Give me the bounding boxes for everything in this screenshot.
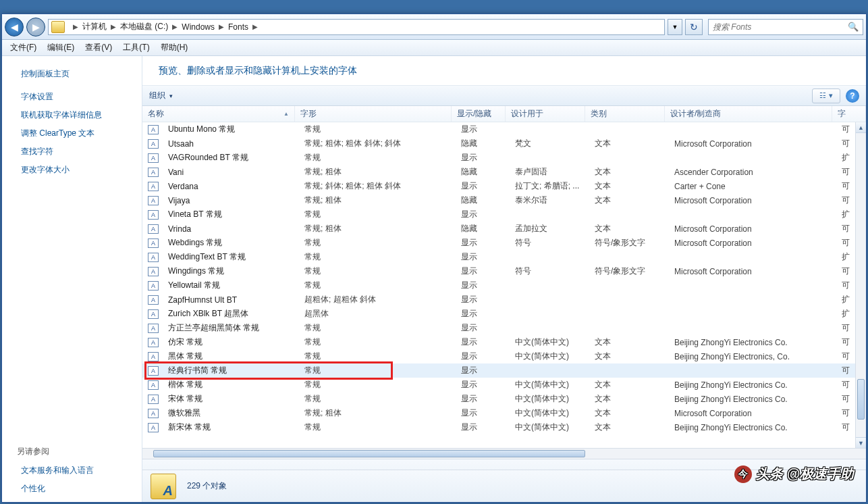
table-row[interactable]: A经典行书简 常规常规显示可: [142, 363, 855, 378]
cell-category: 文本: [589, 407, 669, 419]
back-button[interactable]: ◀: [5, 18, 24, 36]
sidebar-item-change-size[interactable]: 更改字体大小: [2, 161, 142, 179]
cell-show: 隐藏: [456, 138, 510, 149]
table-row[interactable]: AVAGRounded BT 常规常规显示扩: [142, 151, 855, 165]
cell-name: WeddingText BT 常规: [163, 251, 299, 263]
cell-style: 常规: [299, 393, 456, 405]
col-style[interactable]: 字形: [295, 106, 452, 122]
font-icon: A: [148, 324, 159, 333]
cell-name: 方正兰亭超细黑简体 常规: [163, 322, 299, 334]
table-row[interactable]: A新宋体 常规常规显示中文(简体中文)文本Beijing ZhongYi Ele…: [142, 420, 855, 434]
vertical-scrollbar[interactable]: ▲ ▼: [855, 122, 866, 448]
sidebar-item-online-fonts[interactable]: 联机获取字体详细信息: [2, 106, 142, 124]
table-row[interactable]: A楷体 常规常规显示中文(简体中文)文本Beijing ZhongYi Elec…: [142, 378, 855, 392]
cell-name: Webdings 常规: [163, 237, 299, 249]
cell-category: 符号/象形文字: [589, 266, 669, 277]
table-row[interactable]: AVerdana常规; 斜体; 粗体; 粗体 斜体显示拉丁文; 希腊语; ...…: [142, 179, 855, 193]
table-row[interactable]: AVrinda常规; 粗体隐藏孟加拉文文本Microsoft Corporati…: [142, 222, 855, 236]
search-input[interactable]: [713, 22, 848, 32]
cell-last: 可: [836, 266, 855, 277]
cell-name: Utsaah: [163, 139, 299, 149]
font-icon: A: [148, 210, 159, 220]
table-row[interactable]: AYellowtail 常规常规显示可: [142, 278, 855, 293]
search-box[interactable]: 🔍: [708, 19, 863, 35]
cell-show: 显示: [456, 124, 510, 135]
organize-menu[interactable]: 组织: [149, 90, 173, 101]
table-row[interactable]: AVijaya常规; 粗体隐藏泰米尔语文本Microsoft Corporati…: [142, 193, 855, 207]
table-row[interactable]: AWingdings 常规常规显示符号符号/象形文字Microsoft Corp…: [142, 264, 855, 278]
font-icon: A: [148, 395, 159, 404]
view-options-button[interactable]: ☷ ▾: [812, 89, 840, 103]
table-row[interactable]: AZurich XBlk BT 超黑体超黑体显示扩: [142, 307, 855, 321]
help-button[interactable]: ?: [846, 89, 859, 103]
col-last[interactable]: 字: [832, 106, 866, 122]
scroll-thumb-h[interactable]: [153, 450, 585, 457]
col-designed[interactable]: 设计用于: [506, 106, 585, 122]
font-icon: A: [148, 309, 159, 319]
table-row[interactable]: A微软雅黑常规; 粗体显示中文(简体中文)文本Microsoft Corpora…: [142, 406, 855, 420]
cell-maker: Beijing ZhongYi Electronics Co.: [669, 423, 836, 432]
table-row[interactable]: AZapfHumnst Ult BT超粗体; 超粗体 斜体显示扩: [142, 293, 855, 307]
menu-tools[interactable]: 工具(T): [117, 40, 155, 55]
scroll-down-icon[interactable]: ▼: [856, 437, 866, 448]
cell-show: 显示: [456, 322, 510, 334]
col-name[interactable]: 名称▲: [142, 106, 295, 122]
cell-show: 显示: [456, 351, 510, 362]
scroll-up-icon[interactable]: ▲: [856, 122, 866, 133]
cell-style: 常规: [299, 209, 456, 220]
toolbar: 组织 ☷ ▾ ?: [142, 86, 866, 106]
table-row[interactable]: A黑体 常规常规显示中文(简体中文)文本Beijing ZhongYi Elec…: [142, 349, 855, 363]
sidebar-item-font-settings[interactable]: 字体设置: [2, 88, 142, 106]
cell-designed: 中文(简体中文): [510, 351, 589, 362]
menu-edit[interactable]: 编辑(E): [42, 40, 80, 55]
table-row[interactable]: A仿宋 常规常规显示中文(简体中文)文本Beijing ZhongYi Elec…: [142, 335, 855, 349]
watermark-icon: 今: [734, 465, 752, 483]
breadcrumb-windows[interactable]: Windows: [182, 22, 215, 32]
breadcrumb-drive[interactable]: 本地磁盘 (C:): [120, 21, 168, 32]
cell-show: 显示: [456, 379, 510, 390]
cell-name: 宋体 常规: [163, 393, 299, 405]
sidebar-item-cleartype[interactable]: 调整 ClearType 文本: [2, 124, 142, 143]
col-show[interactable]: 显示/隐藏: [452, 106, 506, 122]
address-bar[interactable]: ▶ 计算机 ▶ 本地磁盘 (C:) ▶ Windows ▶ Fonts ▶: [48, 19, 665, 35]
col-category[interactable]: 类别: [585, 106, 665, 122]
table-row[interactable]: A宋体 常规常规显示中文(简体中文)文本Beijing ZhongYi Elec…: [142, 392, 855, 406]
cell-show: 显示: [456, 393, 510, 405]
table-row[interactable]: AWebdings 常规常规显示符号符号/象形文字Microsoft Corpo…: [142, 236, 855, 250]
col-maker[interactable]: 设计者/制造商: [665, 106, 832, 122]
cell-name: 微软雅黑: [163, 407, 299, 419]
font-icon: A: [148, 366, 159, 376]
cell-style: 常规: [299, 152, 456, 163]
control-panel-home[interactable]: 控制面板主页: [2, 64, 142, 88]
scroll-thumb[interactable]: [857, 379, 865, 420]
table-row[interactable]: AUbuntu Mono 常规常规显示可: [142, 122, 855, 136]
menu-view[interactable]: 查看(V): [80, 40, 117, 55]
forward-button[interactable]: ▶: [26, 18, 45, 36]
table-row[interactable]: AVineta BT 常规常规显示扩: [142, 207, 855, 222]
breadcrumb-fonts[interactable]: Fonts: [228, 22, 248, 32]
horizontal-scrollbar[interactable]: [142, 448, 866, 459]
cell-designed: 泰米尔语: [510, 195, 589, 206]
cell-name: Yellowtail 常规: [163, 280, 299, 291]
table-row[interactable]: AWeddingText BT 常规常规显示扩: [142, 250, 855, 264]
menu-help[interactable]: 帮助(H): [155, 40, 194, 55]
table-row[interactable]: AVani常规; 粗体隐藏泰卢固语文本Ascender Corporation可: [142, 165, 855, 179]
cell-designed: 中文(简体中文): [510, 379, 589, 390]
table-row[interactable]: AUtsaah常规; 粗体; 粗体 斜体; 斜体隐藏梵文文本Microsoft …: [142, 136, 855, 151]
cell-last: 可: [836, 407, 855, 419]
refresh-button[interactable]: ↻: [685, 19, 703, 35]
cell-show: 显示: [456, 422, 510, 433]
cell-style: 常规: [299, 365, 456, 376]
cell-name: VAGRounded BT 常规: [163, 152, 299, 163]
sidebar-item-text-services[interactable]: 文本服务和输入语言: [2, 461, 142, 480]
font-icon: A: [148, 352, 159, 361]
sidebar-item-find-char[interactable]: 查找字符: [2, 143, 142, 161]
cell-style: 常规; 斜体; 粗体; 粗体 斜体: [299, 180, 456, 192]
menu-file[interactable]: 文件(F): [5, 40, 42, 55]
cell-designed: 中文(简体中文): [510, 422, 589, 433]
table-row[interactable]: A方正兰亭超细黑简体 常规常规显示可: [142, 321, 855, 335]
sidebar-item-personalize[interactable]: 个性化: [2, 480, 142, 498]
font-icon: A: [148, 253, 159, 262]
address-dropdown[interactable]: ▼: [668, 19, 682, 35]
breadcrumb-root[interactable]: 计算机: [82, 21, 107, 32]
